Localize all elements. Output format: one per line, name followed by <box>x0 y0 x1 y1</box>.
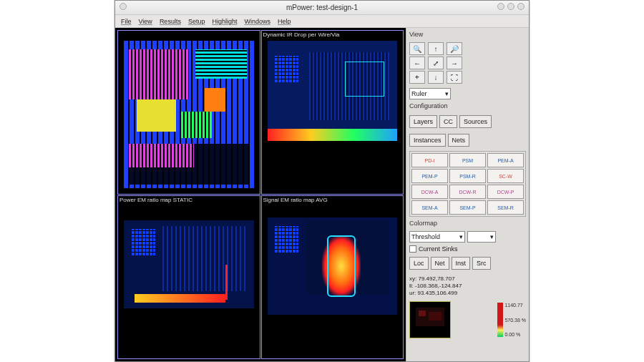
menu-help[interactable]: Help <box>278 18 291 25</box>
mode-dcw-a[interactable]: DCW-A <box>411 185 448 199</box>
mode-pem-a[interactable]: PEM-A <box>487 153 524 167</box>
chevron-down-icon: ▾ <box>459 233 463 240</box>
zoom-region-icon[interactable]: ⌖ <box>409 71 425 84</box>
menu-highlight[interactable]: Highlight <box>212 18 237 25</box>
legend-lo: 0.00 % <box>504 332 526 337</box>
pane-label-bl: Power EM ratio map STATIC <box>119 197 192 203</box>
pane-top-left[interactable] <box>117 30 260 195</box>
ruler-select-value: Ruler <box>411 90 427 97</box>
view-tools: 🔍 ↑ 🔎 ← ⤢ → ⌖ ↓ ⛶ <box>409 42 526 84</box>
expand-icon[interactable]: ⛶ <box>447 71 462 84</box>
chevron-down-icon: ▾ <box>490 233 494 240</box>
config-title: Configuration <box>409 102 526 109</box>
mode-psm[interactable]: PSM <box>449 153 486 167</box>
app-window: mPower: test-design-1 File View Results … <box>114 0 530 362</box>
mode-dcw-p[interactable]: DCW-P <box>487 185 524 199</box>
colormap-title: Colormap <box>409 220 526 227</box>
pane-bottom-right[interactable]: Signal EM ratio map AVG <box>261 195 404 360</box>
menu-windows[interactable]: Windows <box>244 18 270 25</box>
sidebar: View 🔍 ↑ 🔎 ← ⤢ → ⌖ ↓ ⛶ Ruler ▾ Configura… <box>406 28 529 361</box>
coord-ur: ur: 93.435,106.499 <box>409 290 526 297</box>
pan-down-icon[interactable]: ↓ <box>428 71 444 84</box>
sidebar-footer: 1140.77 570.38 % 0.00 % <box>409 301 526 338</box>
loc-button[interactable]: Loc <box>409 257 429 270</box>
current-sinks-label: Current Sinks <box>419 245 458 253</box>
layout-art-multicolor <box>124 41 254 188</box>
color-legend: 1140.77 570.38 % 0.00 % <box>454 301 526 338</box>
layout-art-signal-em <box>268 206 398 353</box>
legend-mid: 570.38 % <box>504 318 526 323</box>
mode-sem-a[interactable]: SEM-A <box>411 200 448 215</box>
mode-pd-i[interactable]: PD-I <box>411 153 448 167</box>
window-dot[interactable] <box>119 3 127 10</box>
window-controls-left <box>119 3 127 10</box>
window-controls-right <box>497 3 525 10</box>
inst-button[interactable]: Inst <box>452 257 471 270</box>
colormap-extra-select[interactable]: ▾ <box>467 231 496 243</box>
menu-results[interactable]: Results <box>160 18 181 25</box>
coord-ll: ll: -108.368,-124.847 <box>409 283 526 290</box>
close-button[interactable] <box>517 3 525 10</box>
sources-button[interactable]: Sources <box>459 115 492 128</box>
zoom-in-icon[interactable]: 🔍 <box>409 42 425 55</box>
pane-label-br: Signal EM ratio map AVG <box>263 197 328 203</box>
pane-bottom-left[interactable]: Power EM ratio map STATIC <box>117 195 260 360</box>
menu-setup[interactable]: Setup <box>188 18 205 25</box>
overview-thumbnail[interactable] <box>409 301 451 338</box>
titlebar: mPower: test-design-1 <box>115 1 529 15</box>
colormap-value: Threshold <box>411 233 440 240</box>
coord-xy: xy: 79.492,78.707 <box>409 275 526 283</box>
current-sinks-checkbox[interactable] <box>409 245 416 253</box>
pane-top-right[interactable]: Dynamic IR Drop per Wire/Via <box>261 30 404 195</box>
pan-left-icon[interactable]: ← <box>409 57 425 69</box>
pane-label-tr: Dynamic IR Drop per Wire/Via <box>263 31 340 38</box>
svg-rect-3 <box>429 312 441 321</box>
menubar: File View Results Setup Highlight Window… <box>115 15 529 28</box>
ruler-select[interactable]: Ruler ▾ <box>409 88 451 99</box>
minimize-button[interactable] <box>497 3 504 10</box>
mode-sem-r[interactable]: SEM-R <box>487 200 524 215</box>
mode-sc-w[interactable]: SC-W <box>487 169 524 183</box>
coords-readout: xy: 79.492,78.707 ll: -108.368,-124.847 … <box>409 275 526 297</box>
mode-sem-p[interactable]: SEM-P <box>449 200 486 215</box>
cc-button[interactable]: CC <box>439 115 457 128</box>
menu-file[interactable]: File <box>121 18 132 25</box>
pan-up-icon[interactable]: ↑ <box>428 42 444 55</box>
net-button[interactable]: Net <box>431 257 449 270</box>
thumbnail-art <box>413 305 447 335</box>
instances-button[interactable]: Instances <box>409 134 446 147</box>
menu-view[interactable]: View <box>139 18 152 25</box>
mode-dcw-r[interactable]: DCW-R <box>449 185 486 199</box>
pan-right-icon[interactable]: → <box>447 57 462 69</box>
layers-button[interactable]: Layers <box>409 115 437 128</box>
layout-art-irdrop <box>268 41 398 188</box>
mode-pem-p[interactable]: PEM-P <box>411 169 448 183</box>
canvas-grid: Dynamic IR Drop per Wire/Via Power EM ra… <box>115 28 406 361</box>
zoom-out-icon[interactable]: 🔎 <box>447 42 462 55</box>
mode-grid: PD-I PSM PEM-A PEM-P PSM-R SC-W DCW-A DC… <box>409 151 526 217</box>
colormap-select[interactable]: Threshold ▾ <box>409 231 465 243</box>
svg-rect-2 <box>419 310 426 316</box>
legend-bar <box>497 303 503 337</box>
maximize-button[interactable] <box>507 3 514 10</box>
chevron-down-icon: ▾ <box>445 90 449 97</box>
fit-icon[interactable]: ⤢ <box>428 57 444 69</box>
mode-psm-r[interactable]: PSM-R <box>449 169 486 183</box>
nets-button[interactable]: Nets <box>448 134 470 147</box>
src-button[interactable]: Src <box>472 257 491 270</box>
main-body: Dynamic IR Drop per Wire/Via Power EM ra… <box>115 28 529 361</box>
view-title: View <box>409 31 526 38</box>
layout-art-power-em <box>124 206 254 353</box>
legend-hi: 1140.77 <box>504 303 526 308</box>
window-title: mPower: test-design-1 <box>286 4 358 11</box>
